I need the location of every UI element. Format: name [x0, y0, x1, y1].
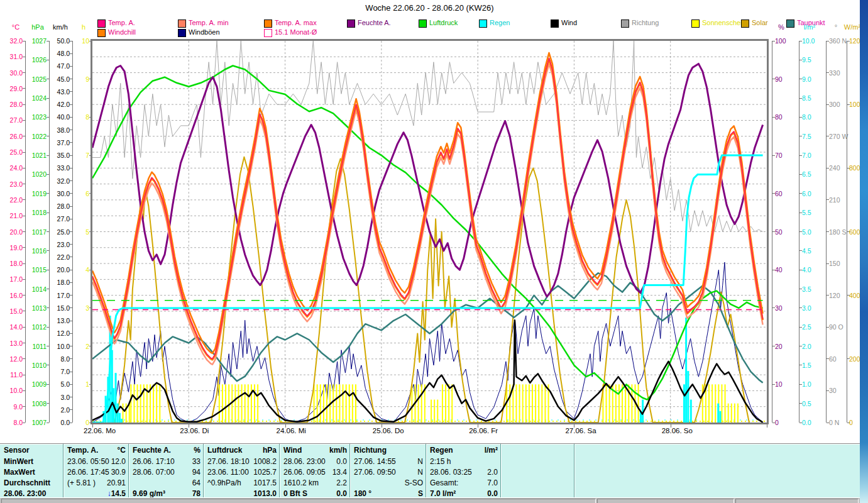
weather-app-window: Woche 22.06.20 - 28.06.20 (KW26) Temp. A…	[0, 0, 860, 503]
wind-axis-tick-label: 32.0	[42, 178, 70, 184]
wind-axis-tick-label: 23.0	[42, 241, 70, 248]
sunshine-axis-tick-label: 8	[62, 114, 89, 120]
cell-label: 26.06. 17:10	[133, 457, 175, 466]
table-column-regen: Regenl/m²2:15 h28.06. 03:252.0Gesamt:7.0…	[426, 444, 501, 498]
cell-value: 20.91	[107, 478, 126, 487]
day-label: 22.06. Mo	[84, 427, 116, 434]
row-header-sensor: Sensor	[4, 446, 30, 455]
temp-axis-tick-label: 22.0	[0, 197, 23, 203]
rain-axis-tick-label: 3.5	[802, 286, 831, 292]
humidity-axis-title: %	[778, 23, 784, 31]
cell-value: 30.9	[111, 468, 126, 477]
wind-axis-tick	[70, 206, 72, 207]
legend-label: 15.1 Monat-Ø	[275, 28, 317, 36]
rain-axis-tick-label: 3.0	[802, 305, 831, 311]
wind-axis-tick-label: 48.0	[42, 50, 70, 57]
direction-axis-tick-label: 90 O	[829, 324, 858, 330]
temp-axis-tick-label: 17.0	[0, 276, 23, 282]
legend-label: Luftdruck	[429, 19, 458, 26]
wind-axis-tick	[70, 180, 72, 181]
solar-axis-title: W/m²	[844, 23, 860, 31]
wind-axis-tick	[70, 219, 72, 219]
sunshine-axis-tick-label: 10	[62, 38, 89, 44]
rain-axis-tick-label: 1.5	[802, 362, 831, 368]
wind-axis-tick	[70, 142, 72, 143]
table-column-luftdruck: LuftdruckhPa27.06. 18:101008.223.06. 11:…	[203, 444, 280, 498]
direction-axis-tick-label: 270 W	[829, 133, 858, 140]
wind-axis-tick-label: 12.0	[42, 330, 70, 336]
column-unit: km/h	[329, 446, 347, 455]
wind-axis-tick-label: 42.0	[42, 101, 70, 108]
temp-axis-tick-label: 30.0	[0, 70, 23, 76]
column-header: Regen	[430, 446, 453, 455]
solar-swatch	[741, 19, 749, 28]
cell-label: 23.06. 05:50	[67, 457, 109, 466]
legend-label: Windböen	[189, 28, 220, 36]
legend-label: Solar	[752, 19, 768, 26]
cell-value: ↓14.5	[107, 489, 126, 498]
rain-axis-tick-label: 9.0	[802, 76, 831, 82]
pressure-axis-title: hPa	[31, 23, 44, 31]
cell-value: 2.2	[336, 478, 347, 487]
table-column-richtung: Richtung27.06. 14:55N27.06. 09:50NS-SO18…	[349, 444, 426, 498]
temp-axis-tick-label: 11.0	[0, 372, 23, 378]
pressure-axis-tick	[47, 365, 49, 365]
cell-value: 1008.2	[253, 457, 277, 466]
cell-value: 33	[192, 457, 201, 466]
wind-axis-tick-label: 28.0	[42, 203, 70, 209]
cell-value: 0.0	[487, 489, 498, 498]
pressure-axis-tick	[47, 98, 49, 99]
rain-axis-tick-label: 4.5	[802, 248, 831, 254]
rain-axis-tick-label: 9.5	[802, 57, 831, 63]
cell-value: 94	[192, 468, 201, 477]
wind-axis-tick-label: 43.0	[42, 89, 70, 95]
cell-value: 2.0	[487, 468, 498, 477]
temp-a-min-swatch	[178, 19, 186, 28]
wind-axis-tick	[70, 295, 72, 296]
temp-a-max-swatch	[264, 19, 272, 28]
cell-value: 0.0	[336, 457, 347, 466]
direction-axis-tick-label: 210	[829, 197, 858, 203]
temp-axis-tick	[23, 295, 25, 296]
wind-axis-tick-label: 17.0	[42, 292, 70, 299]
pressure-axis-tick-label: 1008	[19, 401, 47, 407]
temp-axis-tick	[23, 88, 25, 89]
column-header: Feuchte A.	[133, 446, 171, 455]
wind-axis-tick-label: 13.0	[42, 318, 70, 324]
rain-axis-tick-label: 1.0	[802, 381, 831, 387]
richtung-swatch	[621, 19, 629, 28]
column-unit: %	[194, 446, 201, 455]
wind-axis-tick-label: 18.0	[42, 279, 70, 285]
status-bar	[0, 497, 860, 503]
cell-value: 7.0	[487, 478, 498, 487]
legend-label: Temp. A. max	[275, 19, 317, 26]
cell-label: 26.06. 17:45	[67, 468, 109, 477]
wind-axis-tick	[70, 53, 72, 54]
rain-axis-tick-label: 6.5	[802, 171, 831, 177]
day-label: 24.06. Mi	[277, 427, 306, 434]
temp-axis-tick-label: 23.0	[0, 181, 23, 187]
cell-value: N	[417, 457, 423, 466]
temp-axis-tick-label: 10.0	[0, 387, 23, 394]
luftdruck-swatch	[419, 19, 427, 28]
cell-label: 28.06. 07:00	[133, 468, 175, 477]
regen-swatch	[479, 19, 487, 28]
column-header: Luftdruck	[207, 446, 242, 455]
wind-axis-tick	[70, 168, 72, 169]
wind-axis-tick	[70, 397, 72, 397]
row-header-maxwert: MaxWert	[4, 468, 35, 477]
column-header: Richtung	[354, 446, 387, 455]
column-unit: °C	[118, 446, 126, 455]
wind-axis-tick-label: 47.0	[42, 63, 70, 69]
sunshine-axis-tick-label: 3	[62, 305, 89, 311]
cell-label: Gesamt:	[430, 478, 458, 487]
temp-axis-tick	[23, 358, 25, 359]
row-header-minwert: MinWert	[4, 457, 33, 466]
wind-axis-tick	[70, 282, 72, 283]
cell-label: 26.06. 09:05	[283, 468, 326, 477]
pressure-axis-tick-label: 1016	[19, 248, 47, 254]
cell-value: 1025.7	[253, 468, 277, 477]
wind-axis-tick-label: 3.0	[42, 394, 70, 401]
pressure-axis-tick-label: 1024	[19, 95, 47, 101]
wind-axis-tick-label: 2.0	[42, 407, 70, 413]
